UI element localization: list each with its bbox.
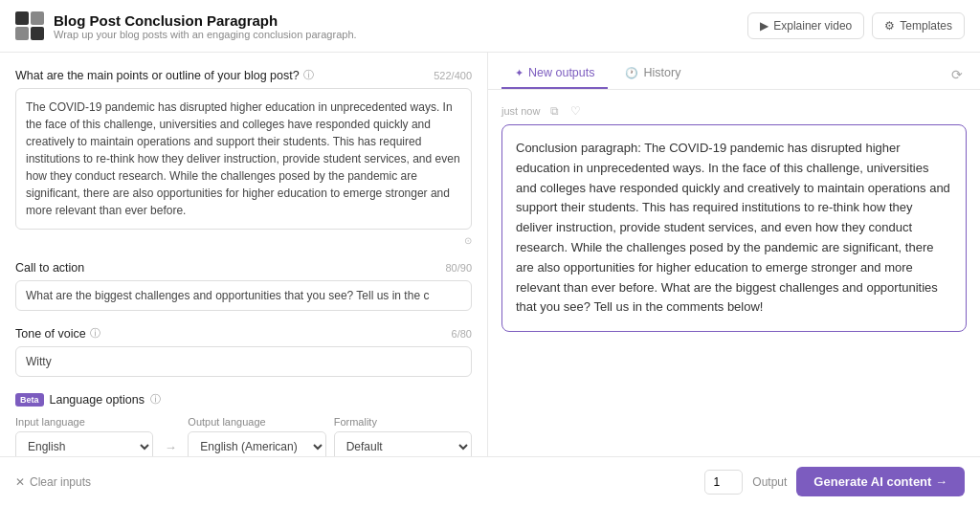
history-icon: 🕐 <box>625 67 638 79</box>
right-panel: ✦ New outputs 🕐 History ⟳ just now ⧉ ♡ C… <box>488 53 980 456</box>
language-options-label: Language options <box>50 393 145 407</box>
language-options-header: Beta Language options ⓘ <box>15 392 472 407</box>
cta-group: Call to action 80/90 <box>15 261 472 311</box>
new-outputs-icon: ✦ <box>515 67 523 79</box>
language-grid: Input language English French Spanish Ge… <box>15 416 472 456</box>
input-language-field: Input language English French Spanish Ge… <box>15 416 153 456</box>
main-points-info-icon[interactable]: ⓘ <box>303 68 314 82</box>
main-content: What are the main points or outline of y… <box>0 53 980 456</box>
header-left: Blog Post Conclusion Paragraph Wrap up y… <box>15 11 357 40</box>
templates-icon: ⚙ <box>884 19 895 33</box>
clear-icon: ✕ <box>15 475 25 489</box>
main-points-char-count: 522/400 <box>434 70 472 81</box>
tab-history[interactable]: 🕐 History <box>612 60 694 89</box>
main-points-textarea[interactable]: The COVID-19 pandemic has disrupted high… <box>15 88 472 230</box>
input-language-select[interactable]: English French Spanish German <box>15 431 153 456</box>
app-logo <box>15 11 44 40</box>
formality-label: Formality <box>334 416 472 428</box>
beta-badge: Beta <box>15 393 44 407</box>
tone-group: Tone of voice ⓘ 6/80 <box>15 326 472 377</box>
history-tab-label: History <box>643 66 680 79</box>
tab-new-outputs[interactable]: ✦ New outputs <box>501 60 608 89</box>
clear-inputs-label: Clear inputs <box>30 475 91 489</box>
cta-label-row: Call to action 80/90 <box>15 261 472 275</box>
explainer-video-button[interactable]: ▶ Explainer video <box>747 12 864 39</box>
output-timestamp-row: just now ⧉ ♡ <box>501 103 967 119</box>
header-right: ▶ Explainer video ⚙ Templates <box>747 12 965 39</box>
cta-input[interactable] <box>15 280 472 311</box>
generate-label: Generate AI content → <box>813 474 947 489</box>
new-outputs-tab-label: New outputs <box>528 66 594 79</box>
footer: ✕ Clear inputs Output Generate AI conten… <box>0 456 980 506</box>
main-points-label-row: What are the main points or outline of y… <box>15 68 472 82</box>
tone-info-icon[interactable]: ⓘ <box>90 326 100 341</box>
language-info-icon[interactable]: ⓘ <box>150 392 161 407</box>
play-icon: ▶ <box>760 19 768 33</box>
language-arrow: → <box>161 440 180 456</box>
clear-inputs-button[interactable]: ✕ Clear inputs <box>15 475 91 489</box>
page-subtitle: Wrap up your blog posts with an engaging… <box>54 29 357 40</box>
output-card: Conclusion paragraph: The COVID-19 pande… <box>501 124 967 332</box>
formality-select[interactable]: Default Formal Informal <box>334 431 472 456</box>
app-header: Blog Post Conclusion Paragraph Wrap up y… <box>0 0 980 53</box>
tone-char-count: 6/80 <box>452 328 472 340</box>
output-language-label: Output language <box>188 416 325 428</box>
templates-button[interactable]: ⚙ Templates <box>872 12 965 39</box>
main-points-group: What are the main points or outline of y… <box>15 68 472 246</box>
quantity-input[interactable] <box>704 470 743 495</box>
cta-char-count: 80/90 <box>445 262 472 274</box>
like-output-button[interactable]: ♡ <box>568 103 584 119</box>
output-language-field: Output language English (American) Engli… <box>188 416 325 456</box>
footer-right: Output Generate AI content → <box>704 467 965 496</box>
output-text: Conclusion paragraph: The COVID-19 pande… <box>516 139 952 318</box>
explainer-video-label: Explainer video <box>773 19 852 33</box>
language-options-group: Beta Language options ⓘ Input language E… <box>15 392 472 456</box>
cta-label: Call to action <box>15 261 84 275</box>
input-language-label: Input language <box>15 416 153 428</box>
right-tabs: ✦ New outputs 🕐 History ⟳ <box>488 53 980 90</box>
output-language-select[interactable]: English (American) English (British) Fre… <box>188 431 325 456</box>
tone-input[interactable] <box>15 346 472 377</box>
header-title-block: Blog Post Conclusion Paragraph Wrap up y… <box>54 12 357 40</box>
output-actions: ⧉ ♡ <box>547 103 584 119</box>
page-title: Blog Post Conclusion Paragraph <box>54 12 357 29</box>
tone-label: Tone of voice ⓘ <box>15 326 100 341</box>
tabs-left: ✦ New outputs 🕐 History <box>501 60 694 89</box>
output-label: Output <box>752 475 787 489</box>
main-points-char-indicator: ⊙ <box>15 235 472 246</box>
main-points-label: What are the main points or outline of y… <box>15 68 314 82</box>
output-area: just now ⧉ ♡ Conclusion paragraph: The C… <box>488 90 980 456</box>
left-panel: What are the main points or outline of y… <box>0 53 488 456</box>
refresh-icon[interactable]: ⟳ <box>947 63 967 86</box>
generate-button[interactable]: Generate AI content → <box>796 467 965 496</box>
formality-field: Formality Default Formal Informal <box>334 416 472 456</box>
output-timestamp: just now <box>501 105 540 117</box>
tone-label-row: Tone of voice ⓘ 6/80 <box>15 326 472 341</box>
templates-label: Templates <box>900 19 952 33</box>
copy-output-button[interactable]: ⧉ <box>547 103 562 119</box>
